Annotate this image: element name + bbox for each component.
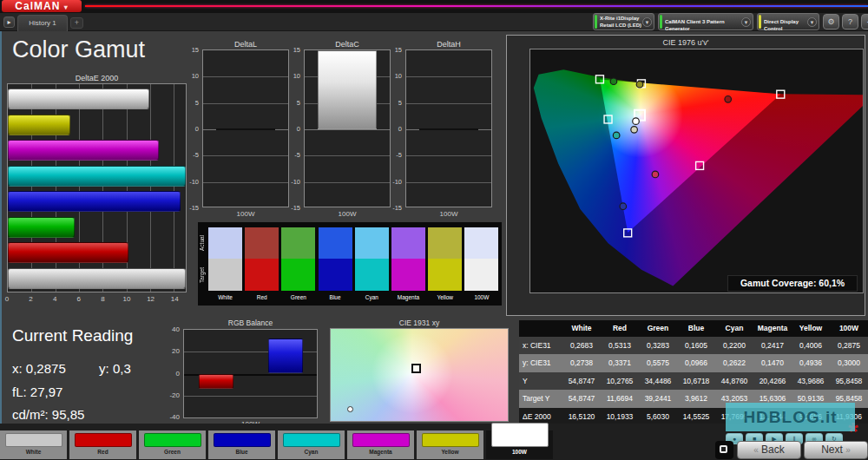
target-swatch-magenta — [391, 259, 425, 291]
pattern-patch-white[interactable]: White — [0, 430, 69, 459]
stop-icon — [720, 445, 727, 453]
pattern-patch-100w[interactable]: 100W — [486, 430, 555, 459]
delta-y-tick: 5 — [181, 99, 199, 107]
delta-chart-deltal — [202, 49, 289, 207]
pattern-patch-yellow[interactable]: Yellow — [417, 430, 485, 459]
deltae-x-tick: 8 — [97, 295, 108, 303]
actual-swatch-100w — [464, 227, 498, 259]
patch-label: Red — [69, 449, 136, 455]
deltae-bar-white — [8, 268, 186, 289]
delta-y-tick: -15 — [181, 204, 199, 212]
collapse-icon-button[interactable]: ◄ — [861, 14, 868, 30]
table-cell: 0,3371 — [601, 354, 639, 371]
cie1976-markers — [530, 49, 863, 293]
accent-gradient-line — [85, 5, 868, 7]
target-square-cyan — [604, 115, 612, 123]
table-header-cell: Green — [639, 320, 677, 337]
rgb-bar-red — [199, 374, 233, 390]
gridline — [203, 182, 288, 183]
help-icon-button[interactable]: ? — [842, 14, 858, 30]
cie1931-target-marker — [411, 364, 421, 373]
calman-window: CalMAN ▾ ▸ History 1 + X-Rite i1Display … — [0, 0, 868, 460]
table-cell: 10,2765 — [601, 372, 639, 390]
delta-y-tick: -5 — [181, 151, 199, 159]
reading-fl-label: fL: — [12, 384, 27, 399]
pattern-patch-magenta[interactable]: Magenta — [347, 430, 416, 459]
delta-y-tick: -15 — [283, 204, 300, 212]
table-cell: 16,5120 — [562, 408, 601, 425]
target-square-green — [595, 76, 603, 83]
delta-y-tick: -10 — [283, 178, 300, 186]
pattern-generator-dropdown[interactable]: CalMAN Client 3 Pattern Generator ▼ — [658, 13, 753, 30]
rgb-y-tick: 40 — [161, 325, 180, 333]
target-swatch-white — [208, 259, 242, 291]
patch-label: 100W — [486, 449, 553, 455]
cie1931-plot — [330, 328, 509, 422]
actual-swatch-blue — [319, 227, 352, 259]
cie1931-title: CIE 1931 xy — [330, 319, 509, 327]
delta-y-tick: -10 — [181, 178, 199, 186]
tab-scroll-button[interactable]: ▸ — [3, 16, 15, 28]
gear-icon-button[interactable]: ⚙ — [823, 14, 839, 30]
table-cell: 50,9136 — [792, 390, 830, 407]
pattern-patch-blue[interactable]: Blue — [208, 430, 277, 459]
deltae-x-tick: 2 — [26, 295, 36, 303]
actual-target-swatch-grid: Actual Target WhiteRedGreenBlueCyanMagen… — [198, 222, 502, 306]
next-button-label: Next — [821, 444, 843, 456]
reading-xy: x: 0,2875 y: 0,3 — [12, 361, 131, 376]
tab-history-1[interactable]: History 1 — [17, 15, 68, 31]
measured-point-cyan — [613, 132, 620, 139]
table-cell: 0,1470 — [753, 354, 792, 371]
delta-xlabel: 100W — [304, 210, 391, 218]
table-cell: 10,1933 — [601, 408, 639, 425]
deltae-chart — [7, 83, 187, 292]
deltae-x-tick: 6 — [74, 295, 84, 303]
table-cell: 5,2656 — [792, 408, 830, 425]
patch-color — [283, 433, 340, 447]
coverage-label: Gamut Coverage: — [740, 278, 817, 288]
delta-y-tick: 15 — [385, 46, 402, 54]
logo-caret-icon: ▾ — [64, 3, 69, 11]
rgb-y-tick: -20 — [161, 391, 180, 399]
gridline — [406, 103, 491, 104]
reading-y-value: 0,3 — [113, 361, 131, 376]
generator-label: CalMAN Client 3 Pattern Generator — [665, 18, 740, 33]
table-cell: 95,8458 — [830, 390, 868, 407]
measured-point-magenta — [652, 171, 659, 178]
back-button[interactable]: « Back — [737, 441, 801, 459]
asterisk-mark: * — [848, 417, 858, 446]
reading-cdm2-label: cd/m²: — [12, 407, 49, 422]
chevron-down-icon[interactable]: ▼ — [807, 17, 817, 27]
chevron-down-icon[interactable]: ▼ — [741, 17, 751, 27]
calman-logo-menu[interactable]: CalMAN ▾ — [2, 0, 82, 12]
table-row--e-2000: ΔE 200016,512010,19335,603014,552517,769… — [519, 408, 868, 425]
chevron-down-icon[interactable]: ▼ — [642, 17, 652, 27]
actual-swatch-red — [245, 227, 279, 259]
table-cell: 11,6694 — [601, 390, 639, 407]
meter-label: X-Rite i1Display Retail LCD (LED) — [600, 15, 641, 30]
table-cell: 54,8747 — [562, 390, 601, 407]
new-tab-button[interactable]: + — [70, 17, 83, 29]
pattern-patch-green[interactable]: Green — [139, 430, 207, 459]
table-cell: 0,2200 — [715, 337, 753, 354]
measured-point-white — [633, 118, 640, 125]
table-row-label: y: CIE31 — [519, 354, 562, 371]
stop-button[interactable] — [715, 441, 733, 459]
meter-dropdown[interactable]: X-Rite i1Display Retail LCD (LED) ▼ — [593, 13, 654, 30]
swatch-column-label: 100W — [464, 294, 498, 300]
deltae-x-tick: 12 — [146, 295, 156, 303]
table-cell: 0,3283 — [639, 337, 677, 354]
table-cell: 0,1605 — [677, 337, 715, 354]
gridline — [203, 103, 288, 104]
table-cell: 0,5313 — [601, 337, 639, 354]
swatch-column-label: White — [208, 294, 242, 300]
display-control-dropdown[interactable]: Direct Display Control ▼ — [757, 13, 819, 30]
table-row-label: x: CIE31 — [519, 337, 562, 354]
table-cell: 43,9686 — [792, 372, 830, 390]
swatch-column-label: Cyan — [355, 294, 389, 300]
pattern-patch-red[interactable]: Red — [69, 430, 138, 459]
actual-swatch-yellow — [428, 227, 462, 259]
display-control-label: Direct Display Control — [764, 18, 806, 33]
pattern-patch-cyan[interactable]: Cyan — [278, 430, 346, 459]
cie1976-title: CIE 1976 u'v' — [507, 38, 865, 47]
